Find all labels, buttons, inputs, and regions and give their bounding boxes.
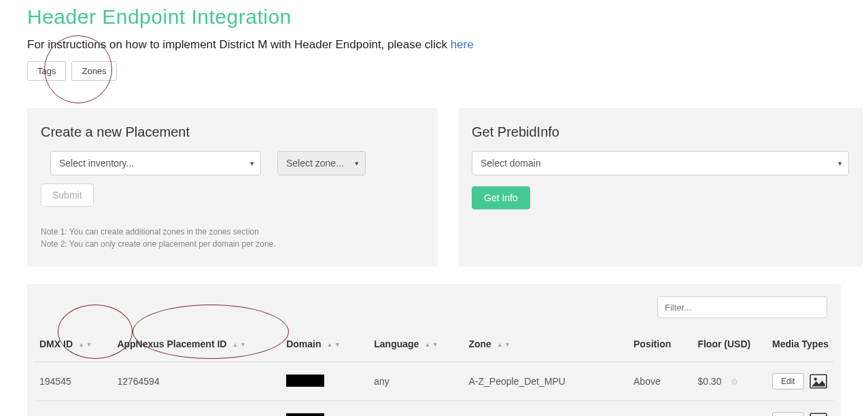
cell-dmx: 194546 [34, 401, 111, 417]
select-domain[interactable]: Select domain [472, 151, 849, 175]
select-zone[interactable]: Select zone... [277, 151, 366, 175]
note-2: Note 2: You can only create one placemen… [41, 238, 424, 250]
col-zone: Zone▲ ▼ [463, 330, 628, 362]
instruction-link[interactable]: here [451, 38, 474, 51]
placements-table: DMX ID▲ ▼ AppNexus Placement ID▲ ▼ Domai… [34, 330, 834, 416]
cell-position: Above [628, 401, 692, 417]
sort-icon[interactable]: ▲ ▼ [232, 341, 245, 348]
cell-media-types: Edit [767, 362, 834, 401]
submit-button[interactable]: Submit [41, 184, 94, 207]
col-media-types: Media Types [767, 330, 834, 362]
cell-appnexus: 12764594 [111, 362, 281, 401]
col-position: Position [628, 330, 692, 362]
table-row: 194545 12764594 any A-Z_People_Det_MPU A… [34, 362, 834, 401]
prebid-panel: Get PrebidInfo Select domain Get Info [458, 108, 863, 266]
col-appnexus: AppNexus Placement ID▲ ▼ [111, 330, 281, 362]
page-title: Header Endpoint Integration [27, 5, 841, 29]
cell-floor: $0.30⚙ [692, 401, 767, 417]
create-placement-panel: Create a new Placement Select inventory.… [27, 108, 438, 266]
note-1: Note 1: You can create additional zones … [41, 226, 424, 238]
cell-position: Above [628, 362, 692, 401]
select-inventory[interactable]: Select inventory... [50, 151, 261, 175]
cell-dmx: 194545 [34, 362, 111, 401]
edit-button[interactable]: Edit [772, 412, 804, 416]
cell-media-types: Edit [767, 401, 834, 417]
sort-icon[interactable]: ▲ ▼ [327, 341, 341, 348]
instruction-text: For instructions on how to implement Dis… [27, 38, 841, 52]
cell-zone: A-Z_People_Det_MPU [463, 362, 628, 401]
cell-language: any [368, 362, 463, 401]
cell-appnexus: 12764595 [111, 401, 281, 417]
get-info-button[interactable]: Get Info [472, 186, 530, 209]
cell-floor: $0.30⚙ [692, 362, 767, 401]
svg-point-1 [814, 378, 816, 381]
cell-zone: Address_Details_BOT [463, 401, 628, 417]
cell-language: any [368, 401, 463, 417]
col-language: Language▲ ▼ [368, 330, 463, 362]
placements-table-panel: DMX ID▲ ▼ AppNexus Placement ID▲ ▼ Domai… [27, 284, 841, 416]
prebid-title: Get PrebidInfo [472, 124, 849, 140]
tab-zones[interactable]: Zones [71, 61, 116, 81]
redacted-domain [286, 375, 324, 387]
cell-domain [281, 362, 368, 401]
col-dmx-id: DMX ID▲ ▼ [34, 330, 111, 362]
tab-tags[interactable]: Tags [27, 61, 66, 81]
create-placement-title: Create a new Placement [41, 124, 424, 140]
sort-icon[interactable]: ▲ ▼ [424, 341, 438, 348]
image-icon [810, 374, 827, 389]
table-row: 194546 12764595 any Address_Details_BOT … [34, 401, 834, 417]
sort-icon[interactable]: ▲ ▼ [497, 341, 510, 348]
sort-icon[interactable]: ▲ ▼ [78, 341, 92, 348]
col-domain: Domain▲ ▼ [281, 330, 368, 362]
edit-button[interactable]: Edit [772, 373, 804, 389]
col-floor: Floor (USD) [692, 330, 767, 362]
svg-rect-2 [810, 413, 827, 416]
redacted-domain [286, 413, 324, 417]
cell-domain [281, 401, 368, 417]
filter-input[interactable] [657, 296, 827, 318]
image-icon [810, 413, 827, 416]
gear-icon[interactable]: ⚙ [731, 377, 738, 387]
